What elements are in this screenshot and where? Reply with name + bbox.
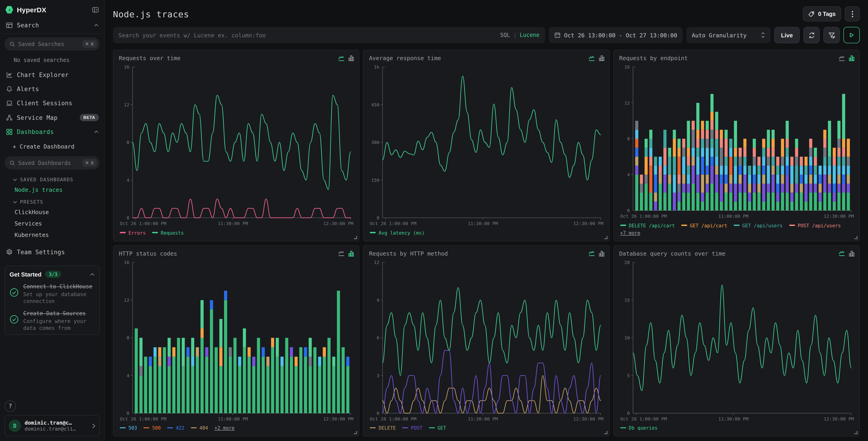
chart-canvas[interactable]: 0481216Oct 26 1:00:00 PM11:30:00 PM12:30…: [119, 62, 354, 229]
legend-item-404[interactable]: 404: [191, 425, 208, 431]
chart-plot-area[interactable]: 01503004501kOct 26 1:00:00 PM11:30:00 PM…: [369, 62, 605, 229]
dashboard-link-node-js-traces[interactable]: Node.js traces: [0, 184, 104, 196]
filter-button[interactable]: [824, 27, 840, 43]
resize-handle[interactable]: [604, 431, 607, 434]
tags-button[interactable]: 0 Tags: [803, 6, 841, 22]
legend-item-delete-api-cart[interactable]: DELETE /api/cart: [620, 223, 675, 228]
legend-item-post-api-users[interactable]: POST /api/users: [789, 223, 841, 228]
dashboard-link-kubernetes[interactable]: Kubernetes: [0, 229, 104, 240]
line-view-icon[interactable]: [588, 55, 595, 61]
lucene-toggle[interactable]: Lucene: [520, 32, 540, 38]
bar-view-icon[interactable]: [848, 55, 855, 61]
group-label-presets[interactable]: PRESETS: [0, 196, 104, 206]
help-button[interactable]: ?: [5, 401, 16, 412]
resize-handle[interactable]: [354, 431, 357, 434]
legend-label: 503: [128, 425, 137, 431]
resize-handle[interactable]: [604, 236, 607, 239]
legend-item-requests[interactable]: Requests: [152, 230, 184, 235]
calendar-icon: [554, 32, 560, 38]
event-search-bar[interactable]: SQL | Lucene: [113, 27, 545, 43]
chart-canvas[interactable]: 036912Oct 26 1:00:00 PM11:30:00 PM12:30:…: [369, 258, 604, 424]
chart-canvas[interactable]: 05101520Oct 26 1:00:00 PM11:30:00 PM12:3…: [619, 258, 855, 424]
sql-toggle[interactable]: SQL: [500, 32, 510, 38]
dashboard-link-clickhouse[interactable]: ClickHouse: [0, 206, 104, 218]
svg-text:12:30:00 PM: 12:30:00 PM: [824, 416, 854, 421]
legend-item-get-api-cart[interactable]: GET /api/cart: [681, 223, 727, 228]
legend-swatch: [402, 427, 408, 429]
chart-plot-area[interactable]: 036912Oct 26 1:00:00 PM11:30:00 PM12:30:…: [369, 258, 605, 424]
saved-searches-input[interactable]: ⌘ K: [5, 37, 100, 51]
chart-canvas[interactable]: 0481216Oct 26 1:00:00 PM11:00:00 PM12:30…: [619, 62, 855, 222]
more-options-button[interactable]: [845, 6, 860, 22]
resize-handle[interactable]: [854, 236, 858, 239]
chart-canvas[interactable]: 01503004501kOct 26 1:00:00 PM11:30:00 PM…: [369, 62, 604, 229]
sidebar-item-search[interactable]: Search: [0, 18, 104, 34]
granularity-value: Auto Granularity: [692, 32, 747, 38]
bar-view-icon[interactable]: [348, 250, 354, 257]
legend-item-503[interactable]: 503: [120, 425, 137, 431]
bar-view-icon[interactable]: [848, 250, 855, 257]
event-search-input[interactable]: [118, 32, 497, 38]
legend-item-422[interactable]: 422: [167, 425, 184, 431]
bar-view-icon[interactable]: [348, 55, 354, 61]
bar-view-icon[interactable]: [598, 250, 604, 257]
chart-canvas[interactable]: 0481216Oct 26 1:00:00 PM11:00:00 PM12:30…: [119, 258, 354, 424]
line-view-icon[interactable]: [838, 55, 845, 61]
sidebar-item-dashboards[interactable]: Dashboards: [0, 125, 104, 139]
legend-item-500[interactable]: 500: [144, 425, 161, 431]
sidebar-collapse-icon[interactable]: [92, 6, 99, 13]
resize-handle[interactable]: [854, 431, 858, 434]
saved-dashboards-input[interactable]: ⌘ K: [5, 156, 100, 170]
refresh-button[interactable]: [803, 27, 820, 43]
line-view-icon[interactable]: [838, 250, 845, 257]
legend-more-link[interactable]: +7 more: [620, 230, 640, 235]
chart-plot-area[interactable]: 0481216Oct 26 1:00:00 PM11:00:00 PM12:30…: [619, 62, 855, 221]
svg-text:300: 300: [371, 140, 379, 145]
sidebar-item-service-map[interactable]: Service MapBETA: [0, 110, 104, 125]
create-dashboard-button[interactable]: + Create Dashboard: [0, 139, 104, 153]
toolbar: SQL | Lucene Oct 26 13:00:00 - Oct 27 13…: [105, 25, 868, 48]
get-started-item-connect-to-clickhouse[interactable]: Connect to ClickHouseSet up your databas…: [9, 283, 95, 305]
legend-more-link[interactable]: +2 more: [215, 425, 235, 431]
legend-label: 500: [152, 425, 161, 431]
avatar: D: [9, 419, 21, 432]
legend-item-delete[interactable]: DELETE: [370, 425, 396, 431]
svg-text:11:00:00 PM: 11:00:00 PM: [218, 416, 248, 421]
granularity-select[interactable]: Auto Granularity: [686, 27, 771, 43]
sidebar-item-alerts[interactable]: Alerts: [0, 82, 104, 96]
chart-plot-area[interactable]: 05101520Oct 26 1:00:00 PM11:30:00 PM12:3…: [619, 258, 855, 424]
legend-item-post[interactable]: POST: [402, 425, 423, 431]
svg-text:16: 16: [624, 64, 629, 70]
legend-label: DELETE: [379, 425, 396, 431]
line-view-icon[interactable]: [338, 55, 345, 61]
date-range-picker[interactable]: Oct 26 13:00:00 - Oct 27 13:00:00: [549, 27, 683, 43]
live-button[interactable]: Live: [774, 27, 800, 43]
legend-item-db-queries[interactable]: Db queries: [620, 425, 657, 431]
legend-swatch: [370, 427, 376, 429]
chevron-up-icon[interactable]: [94, 130, 99, 134]
bar-view-icon[interactable]: [598, 55, 604, 61]
get-started-item-create-data-sources[interactable]: Create Data SourcesConfigure where your …: [9, 310, 95, 332]
legend-item-get[interactable]: GET: [429, 425, 446, 431]
chart-plot-area[interactable]: 0481216Oct 26 1:00:00 PM11:00:00 PM12:30…: [119, 258, 354, 424]
run-query-button[interactable]: [843, 27, 860, 43]
legend-item-get-api-users[interactable]: GET /api/users: [734, 223, 783, 228]
user-card[interactable]: D dominic.tran@c… dominic.tran@cli…: [5, 415, 100, 436]
sidebar-item-chart-explorer[interactable]: Chart Explorer: [0, 68, 104, 82]
chart-plot-area[interactable]: 0481216Oct 26 1:00:00 PM11:30:00 PM12:30…: [119, 62, 354, 229]
line-view-icon[interactable]: [338, 250, 345, 257]
sidebar-item-team-settings[interactable]: Team Settings: [0, 245, 104, 259]
chevron-up-icon[interactable]: [90, 273, 95, 276]
group-label-saved-dashboards[interactable]: SAVED DASHBOARDS: [0, 173, 104, 184]
saved-dashboards-field[interactable]: [18, 160, 83, 166]
legend-item-avg-latency-ms[interactable]: Avg latency (ms): [370, 230, 425, 235]
saved-searches-field[interactable]: [18, 41, 83, 47]
dashboards-icon: [5, 128, 13, 135]
line-view-icon[interactable]: [588, 250, 595, 257]
chevron-up-icon[interactable]: [94, 24, 99, 27]
dashboard-link-services[interactable]: Services: [0, 218, 104, 229]
sidebar-item-client-sessions[interactable]: Client Sessions: [0, 96, 104, 110]
resize-handle[interactable]: [354, 236, 357, 239]
legend-item-errors[interactable]: Errors: [120, 230, 146, 235]
legend-swatch: [734, 225, 740, 226]
